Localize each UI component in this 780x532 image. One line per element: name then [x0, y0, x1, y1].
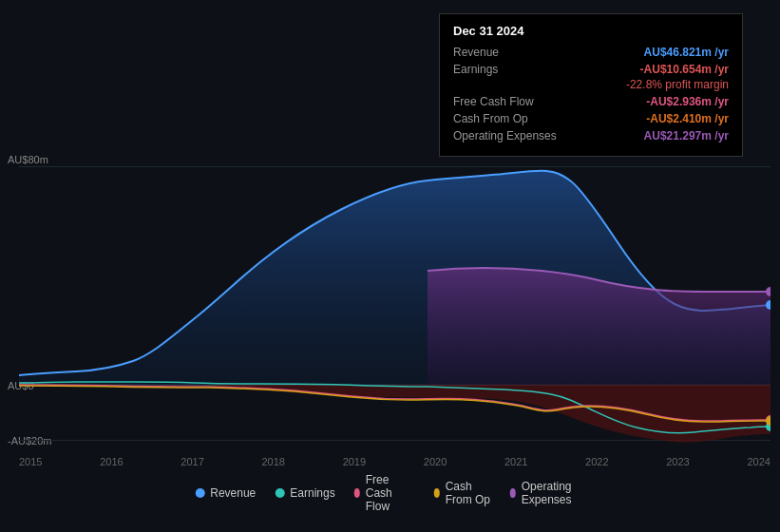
tooltip-fcf-value: -AU$2.936m /yr [646, 95, 729, 108]
tooltip-revenue-label: Revenue [453, 46, 558, 59]
tooltip-revenue-value: AU$46.821m /yr [644, 46, 729, 59]
legend-item-cashop[interactable]: Cash From Op [434, 480, 491, 506]
x-label-2018: 2018 [261, 456, 284, 467]
x-label-2024: 2024 [747, 456, 770, 467]
legend-label-earnings: Earnings [290, 486, 334, 500]
x-label-2019: 2019 [343, 456, 366, 467]
x-label-2017: 2017 [181, 456, 203, 467]
x-label-2022: 2022 [585, 456, 608, 467]
legend-label-fcf: Free Cash Flow [366, 473, 415, 513]
x-label-2015: 2015 [19, 456, 42, 467]
legend-item-opex[interactable]: Operating Expenses [510, 480, 585, 506]
legend-dot-earnings [275, 488, 284, 498]
tooltip-revenue-row: Revenue AU$46.821m /yr [453, 46, 729, 59]
tooltip-fcf-row: Free Cash Flow -AU$2.936m /yr [453, 95, 729, 108]
tooltip-earnings-value: -AU$10.654m /yr [640, 63, 729, 76]
legend-dot-fcf [354, 488, 360, 498]
tooltip-fcf-label: Free Cash Flow [453, 95, 558, 108]
tooltip-cashop-row: Cash From Op -AU$2.410m /yr [453, 112, 729, 125]
x-label-2020: 2020 [424, 456, 447, 467]
tooltip-earnings-row: Earnings -AU$10.654m /yr [453, 63, 729, 76]
tooltip-profit-margin: -22.8% profit margin [626, 78, 729, 91]
opex-area [428, 268, 770, 385]
earnings-neg-area [209, 385, 770, 443]
x-label-2016: 2016 [100, 456, 123, 467]
legend-item-revenue[interactable]: Revenue [195, 486, 256, 500]
tooltip-earnings-label: Earnings [453, 63, 558, 76]
legend-item-earnings[interactable]: Earnings [275, 486, 334, 500]
legend-label-opex: Operating Expenses [522, 480, 585, 506]
tooltip-profit-margin-row: -22.8% profit margin [453, 78, 729, 91]
x-label-2023: 2023 [666, 456, 689, 467]
tooltip-cashop-label: Cash From Op [453, 112, 558, 125]
tooltip-box: Dec 31 2024 Revenue AU$46.821m /yr Earni… [439, 13, 743, 157]
tooltip-cashop-value: -AU$2.410m /yr [646, 112, 729, 125]
chart-svg [19, 147, 770, 470]
tooltip-opex-value: AU$21.297m /yr [644, 129, 729, 142]
chart-container: Dec 31 2024 Revenue AU$46.821m /yr Earni… [0, 0, 780, 532]
legend-label-revenue: Revenue [210, 486, 256, 500]
tooltip-opex-label: Operating Expenses [453, 129, 558, 142]
legend-dot-revenue [195, 488, 204, 498]
legend-dot-opex [510, 488, 516, 498]
legend-item-fcf[interactable]: Free Cash Flow [354, 473, 415, 513]
legend-label-cashop: Cash From Op [446, 480, 491, 506]
legend-dot-cashop [434, 488, 440, 498]
tooltip-date: Dec 31 2024 [453, 24, 729, 38]
x-label-2021: 2021 [504, 456, 527, 467]
chart-legend: Revenue Earnings Free Cash Flow Cash Fro… [195, 473, 585, 513]
x-axis: 2015 2016 2017 2018 2019 2020 2021 2022 … [19, 456, 770, 467]
tooltip-opex-row: Operating Expenses AU$21.297m /yr [453, 129, 729, 142]
